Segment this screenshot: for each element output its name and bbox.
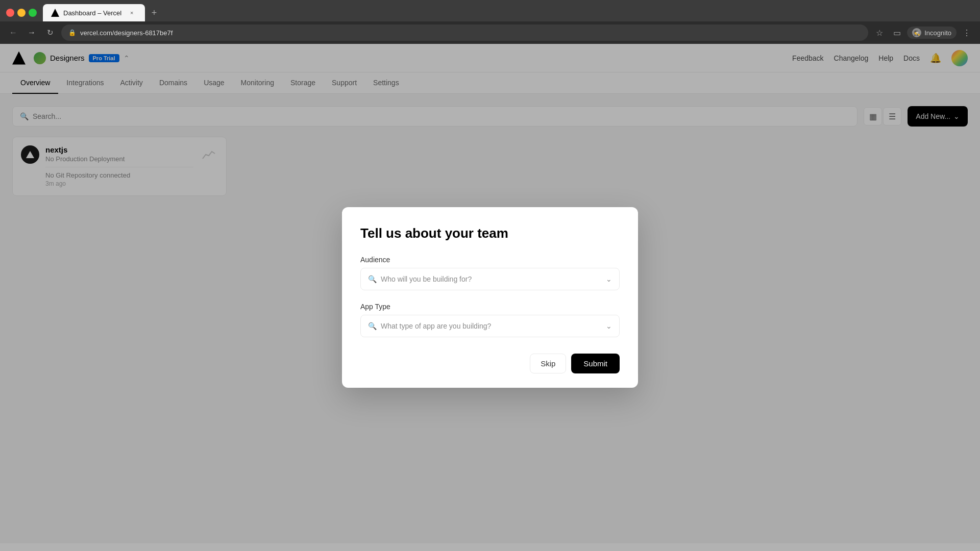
- app-type-chevron-icon: ⌄: [606, 322, 612, 330]
- submit-button[interactable]: Submit: [571, 354, 620, 373]
- app-container: Designers Pro Trial ⌃ Feedback Changelog…: [0, 44, 980, 551]
- team-info-modal: Tell us about your team Audience 🔍 Who w…: [342, 207, 638, 388]
- skip-button[interactable]: Skip: [530, 354, 566, 373]
- tab-title: Dashboard – Vercel: [63, 9, 121, 17]
- new-tab-button[interactable]: +: [147, 6, 161, 20]
- refresh-button[interactable]: ↻: [43, 26, 57, 40]
- incognito-icon: 🕵: [912, 28, 921, 37]
- app-type-label: App Type: [360, 303, 620, 311]
- modal-footer: Skip Submit: [360, 354, 620, 373]
- window-close-button[interactable]: [6, 9, 14, 17]
- audience-search-icon: 🔍: [368, 275, 377, 283]
- forward-button[interactable]: →: [24, 26, 39, 40]
- bookmark-icon[interactable]: ☆: [872, 26, 887, 40]
- tab-favicon-icon: [51, 9, 59, 17]
- modal-overlay[interactable]: Tell us about your team Audience 🔍 Who w…: [0, 44, 980, 551]
- audience-select-left: 🔍 Who will you be building for?: [368, 275, 472, 283]
- window-controls: [6, 9, 37, 17]
- secure-icon: 🔒: [68, 29, 76, 36]
- audience-form-group: Audience 🔍 Who will you be building for?…: [360, 256, 620, 290]
- cast-icon[interactable]: ▭: [890, 26, 904, 40]
- back-button[interactable]: ←: [6, 26, 20, 40]
- browser-nav-actions: ☆ ▭ 🕵 Incognito ⋮: [872, 26, 974, 40]
- modal-title: Tell us about your team: [360, 226, 620, 241]
- window-minimize-button[interactable]: [17, 9, 26, 17]
- address-bar[interactable]: 🔒 vercel.com/designers-6817be7f: [61, 24, 868, 41]
- audience-label: Audience: [360, 256, 620, 264]
- app-type-placeholder: What type of app are you building?: [381, 322, 491, 330]
- tab-bar: Dashboard – Vercel × +: [0, 0, 980, 21]
- browser-menu-icon[interactable]: ⋮: [960, 26, 974, 40]
- app-type-form-group: App Type 🔍 What type of app are you buil…: [360, 303, 620, 337]
- incognito-label: Incognito: [924, 29, 951, 37]
- app-type-search-icon: 🔍: [368, 322, 377, 330]
- tab-close-icon[interactable]: ×: [128, 9, 136, 17]
- browser-tab-active[interactable]: Dashboard – Vercel ×: [43, 4, 145, 21]
- audience-select[interactable]: 🔍 Who will you be building for? ⌄: [360, 268, 620, 290]
- browser-nav-bar: ← → ↻ 🔒 vercel.com/designers-6817be7f ☆ …: [0, 21, 980, 44]
- app-type-select[interactable]: 🔍 What type of app are you building? ⌄: [360, 315, 620, 337]
- browser-chrome: Dashboard – Vercel × + ← → ↻ 🔒 vercel.co…: [0, 0, 980, 44]
- window-maximize-button[interactable]: [29, 9, 37, 17]
- app-type-select-left: 🔍 What type of app are you building?: [368, 322, 491, 330]
- audience-placeholder: Who will you be building for?: [381, 275, 472, 283]
- url-display: vercel.com/designers-6817be7f: [80, 29, 173, 37]
- incognito-button[interactable]: 🕵 Incognito: [907, 27, 957, 39]
- audience-chevron-icon: ⌄: [606, 275, 612, 283]
